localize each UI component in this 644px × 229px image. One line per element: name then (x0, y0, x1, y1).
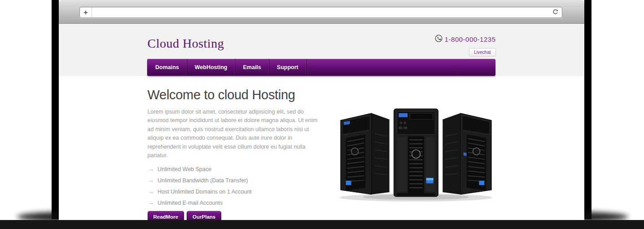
feature-item: → Unlimited E-mail Accounts (149, 200, 327, 206)
arrow-icon: → (149, 166, 154, 172)
laptop-base-bar (0, 220, 644, 229)
feature-item: → Unlimited Bandwidth (Data Transfer) (149, 177, 327, 184)
readmore-button[interactable]: ReadMore (148, 211, 184, 220)
feature-list: → Unlimited Web Space → Unlimited Bandwi… (148, 166, 327, 206)
arrow-icon: → (149, 189, 154, 195)
phone-icon (435, 35, 442, 44)
laptop-bezel-right (584, 0, 591, 219)
phone-number: 1-800-000-1235 (445, 35, 496, 43)
address-input[interactable] (92, 7, 548, 18)
reload-button[interactable] (548, 7, 562, 18)
nav-item-webhosting[interactable]: WebHosting (187, 59, 236, 76)
feature-item: → Unlimited Web Space (149, 166, 327, 172)
server-tower-center (394, 109, 438, 197)
main-nav: Domains WebHosting Emails Support (147, 59, 495, 76)
arrow-icon: → (149, 200, 154, 206)
ourplans-button[interactable]: OurPlans (187, 211, 221, 220)
feature-label: Unlimited E-mail Accounts (158, 200, 223, 206)
new-tab-button[interactable]: + (80, 7, 92, 18)
browser-window: + Cloud Hosting (59, 0, 584, 220)
laptop-bezel-left (52, 0, 59, 219)
livechat-button[interactable]: Livechat (469, 48, 495, 57)
server-tower-left (340, 113, 389, 194)
servers-image (336, 106, 496, 205)
nav-item-domains[interactable]: Domains (147, 59, 187, 76)
site-logo: Cloud Hosting (148, 33, 224, 57)
intro-paragraph: Lorem ipsum dolor sit amet, consectetur … (148, 108, 324, 160)
feature-label: Host Unlimited Domains on 1 Account (158, 189, 252, 195)
browser-toolbar: + (59, 0, 584, 24)
url-bar[interactable]: + (79, 7, 562, 18)
nav-item-support[interactable]: Support (269, 59, 307, 76)
feature-label: Unlimited Web Space (158, 166, 211, 172)
page-title: Welcome to cloud Hosting (148, 88, 327, 102)
nav-item-emails[interactable]: Emails (235, 59, 269, 76)
feature-item: → Host Unlimited Domains on 1 Account (149, 189, 327, 195)
server-tower-right (442, 113, 491, 194)
main-content: Welcome to cloud Hosting Lorem ipsum dol… (59, 76, 584, 220)
arrow-icon: → (149, 177, 154, 184)
feature-label: Unlimited Bandwidth (Data Transfer) (158, 177, 248, 184)
reload-icon (552, 9, 559, 17)
